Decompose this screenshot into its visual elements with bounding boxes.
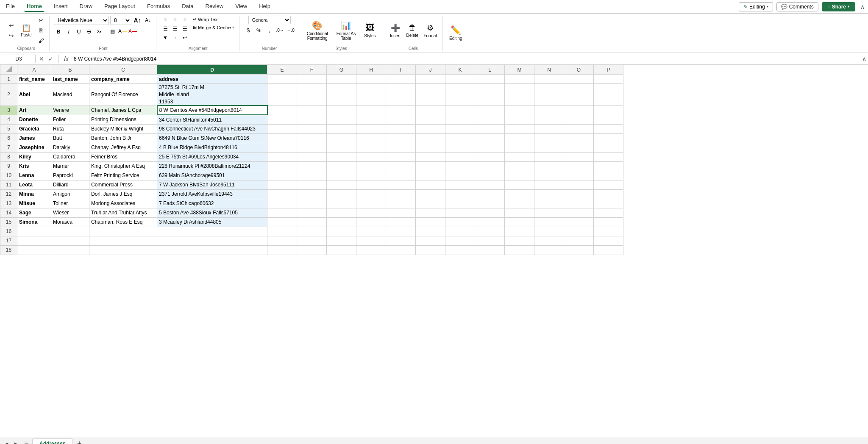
cell-L11[interactable] bbox=[475, 180, 505, 189]
cell-D1[interactable]: address bbox=[157, 75, 267, 84]
cell-K10[interactable] bbox=[445, 171, 475, 180]
row-header-18[interactable]: 18 bbox=[0, 245, 17, 255]
cell-D15[interactable]: 3 Mcauley DrAshland44805 bbox=[157, 217, 267, 227]
cell-H2[interactable] bbox=[356, 84, 386, 106]
cell-B14[interactable]: Wieser bbox=[51, 208, 89, 217]
cell-I13[interactable] bbox=[386, 199, 416, 208]
cell-C12[interactable]: Dorl, James J Esq bbox=[89, 189, 157, 199]
cell-A4[interactable]: Donette bbox=[17, 115, 51, 124]
cell-D5[interactable]: 98 Connecticut Ave NwChagrin Falls44023 bbox=[157, 124, 267, 133]
cell-D12[interactable]: 2371 Jerrold AveKulpsville19443 bbox=[157, 189, 267, 199]
cell-C4[interactable]: Printing Dimensions bbox=[89, 115, 157, 124]
cell-M18[interactable] bbox=[505, 245, 534, 255]
cell-M15[interactable] bbox=[505, 217, 534, 227]
cell-A5[interactable]: Graciela bbox=[17, 124, 51, 133]
row-header-14[interactable]: 14 bbox=[0, 208, 17, 217]
cell-H9[interactable] bbox=[356, 161, 386, 171]
cell-C6[interactable]: Benton, John B Jr bbox=[89, 133, 157, 143]
editing-ribbon-button[interactable]: ✏️ Editing bbox=[447, 24, 465, 42]
col-header-P[interactable]: P bbox=[594, 65, 623, 75]
decrease-decimal-button[interactable]: ←.0 bbox=[286, 25, 295, 35]
cell-O8[interactable] bbox=[564, 152, 594, 161]
copy-button[interactable]: ⎘ bbox=[36, 26, 46, 35]
percent-button[interactable]: % bbox=[254, 25, 264, 35]
cell-G2[interactable] bbox=[327, 84, 356, 106]
format-painter-button[interactable]: 🖌 bbox=[36, 36, 46, 45]
format-cells-button[interactable]: ⚙ Format bbox=[421, 22, 439, 39]
cell-M11[interactable] bbox=[505, 180, 534, 189]
underline-button[interactable]: U bbox=[74, 27, 83, 36]
col-header-N[interactable]: N bbox=[534, 65, 564, 75]
merge-centre-button[interactable]: ⊞ Merge & Centre ▾ bbox=[191, 24, 236, 31]
cell-P10[interactable] bbox=[594, 171, 623, 180]
cell-B4[interactable]: Foller bbox=[51, 115, 89, 124]
col-header-K[interactable]: K bbox=[445, 65, 475, 75]
cell-O7[interactable] bbox=[564, 143, 594, 152]
cell-D14[interactable]: 5 Boston Ave #88Sioux Falls57105 bbox=[157, 208, 267, 217]
confirm-formula-button[interactable]: ✓ bbox=[47, 55, 55, 63]
cell-B1[interactable]: last_name bbox=[51, 75, 89, 84]
cell-L5[interactable] bbox=[475, 124, 505, 133]
cell-L10[interactable] bbox=[475, 171, 505, 180]
cell-I2[interactable] bbox=[386, 84, 416, 106]
cell-N2[interactable] bbox=[534, 84, 564, 106]
cell-L9[interactable] bbox=[475, 161, 505, 171]
cell-L17[interactable] bbox=[475, 236, 505, 245]
menu-file[interactable]: File bbox=[3, 1, 17, 12]
cell-P9[interactable] bbox=[594, 161, 623, 171]
cell-J14[interactable] bbox=[416, 208, 445, 217]
cell-F7[interactable] bbox=[297, 143, 327, 152]
bold-button[interactable]: B bbox=[54, 27, 63, 36]
cell-K6[interactable] bbox=[445, 133, 475, 143]
cell-E17[interactable] bbox=[267, 236, 297, 245]
fill-color-button[interactable]: A bbox=[118, 27, 127, 36]
cell-G17[interactable] bbox=[327, 236, 356, 245]
cell-C9[interactable]: King, Christopher A Esq bbox=[89, 161, 157, 171]
cell-K16[interactable] bbox=[445, 227, 475, 236]
cell-K13[interactable] bbox=[445, 199, 475, 208]
formula-input[interactable] bbox=[72, 55, 859, 63]
cell-E11[interactable] bbox=[267, 180, 297, 189]
cell-I1[interactable] bbox=[386, 75, 416, 84]
cell-F2[interactable] bbox=[297, 84, 327, 106]
cell-N13[interactable] bbox=[534, 199, 564, 208]
cell-O6[interactable] bbox=[564, 133, 594, 143]
cell-J13[interactable] bbox=[416, 199, 445, 208]
cell-M9[interactable] bbox=[505, 161, 534, 171]
cell-B16[interactable] bbox=[51, 227, 89, 236]
cell-B12[interactable]: Amigon bbox=[51, 189, 89, 199]
cell-H4[interactable] bbox=[356, 115, 386, 124]
cell-M16[interactable] bbox=[505, 227, 534, 236]
italic-button[interactable]: I bbox=[64, 27, 73, 36]
cell-E14[interactable] bbox=[267, 208, 297, 217]
cell-F6[interactable] bbox=[297, 133, 327, 143]
cell-A18[interactable] bbox=[17, 245, 51, 255]
subscript-button[interactable]: X₂ bbox=[95, 27, 104, 36]
cell-M6[interactable] bbox=[505, 133, 534, 143]
cell-K1[interactable] bbox=[445, 75, 475, 84]
cell-B2[interactable]: Maclead bbox=[51, 84, 89, 106]
col-header-A[interactable]: A bbox=[17, 65, 51, 75]
cell-G12[interactable] bbox=[327, 189, 356, 199]
cell-E9[interactable] bbox=[267, 161, 297, 171]
cell-F10[interactable] bbox=[297, 171, 327, 180]
menu-review[interactable]: Review bbox=[203, 1, 226, 12]
cell-C7[interactable]: Chanay, Jeffrey A Esq bbox=[89, 143, 157, 152]
align-middle-left-button[interactable]: ☰ bbox=[161, 25, 170, 33]
cell-F14[interactable] bbox=[297, 208, 327, 217]
align-top-right-button[interactable]: ≡ bbox=[180, 16, 189, 24]
cell-N11[interactable] bbox=[534, 180, 564, 189]
row-header-15[interactable]: 15 bbox=[0, 217, 17, 227]
delete-cells-button[interactable]: 🗑 Delete bbox=[404, 22, 421, 39]
cell-I10[interactable] bbox=[386, 171, 416, 180]
cell-C14[interactable]: Truhlar And Truhlar Attys bbox=[89, 208, 157, 217]
cell-E6[interactable] bbox=[267, 133, 297, 143]
redo-button[interactable]: ↪ bbox=[7, 31, 16, 40]
cell-P15[interactable] bbox=[594, 217, 623, 227]
cell-D6[interactable]: 6649 N Blue Gum StNew Orleans70116 bbox=[157, 133, 267, 143]
cell-O10[interactable] bbox=[564, 171, 594, 180]
cell-F4[interactable] bbox=[297, 115, 327, 124]
cell-C15[interactable]: Chapman, Ross E Esq bbox=[89, 217, 157, 227]
add-sheet-button[interactable]: + bbox=[74, 439, 84, 444]
font-color-button[interactable]: A bbox=[128, 27, 137, 36]
